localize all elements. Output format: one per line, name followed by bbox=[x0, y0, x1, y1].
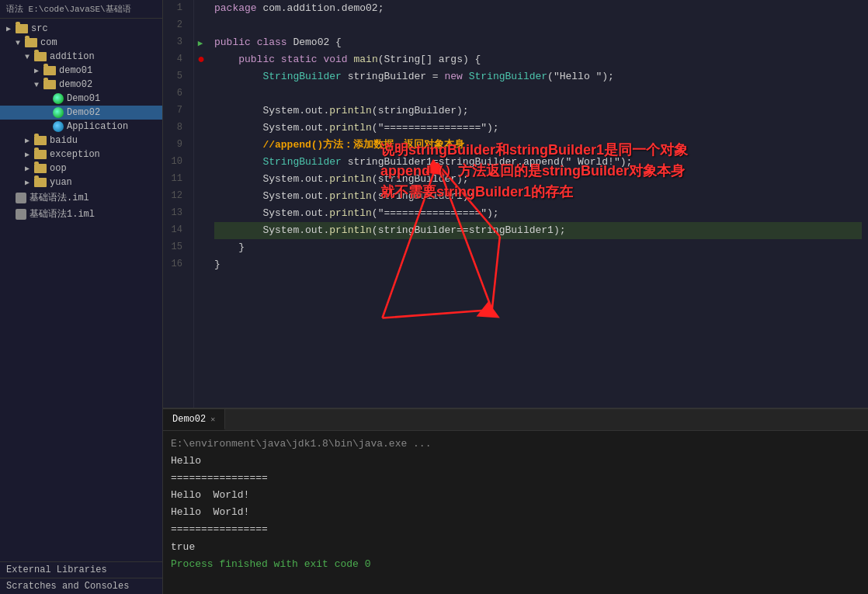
tree-arrow-baidu[interactable]: ▶ bbox=[25, 136, 34, 145]
code-line-2 bbox=[214, 17, 862, 34]
tree-item-Demo01[interactable]: Demo01 bbox=[0, 92, 162, 106]
token-kw-4: static bbox=[281, 52, 318, 68]
line-number-2: 2 bbox=[163, 17, 187, 34]
token-plain-16: } bbox=[214, 257, 220, 273]
token-plain-4 bbox=[214, 52, 238, 68]
token-plain-11: System.out. bbox=[214, 172, 329, 188]
terminal-line-4: Hello World! bbox=[171, 487, 860, 504]
iml-icon-iml2 bbox=[16, 209, 26, 220]
tree-label-baidu: baidu bbox=[50, 135, 78, 146]
token-plain-3: Demo02 { bbox=[287, 35, 342, 51]
token-plain-7: (stringBuilder); bbox=[372, 103, 469, 120]
line-number-10: 10 bbox=[163, 154, 187, 171]
tree-label-exception: exception bbox=[50, 149, 100, 160]
code-line-15: } bbox=[214, 239, 862, 256]
java-green-icon-Demo02 bbox=[53, 107, 64, 118]
tree-label-src: src bbox=[31, 23, 48, 34]
token-plain-12: (stringBuilder1); bbox=[372, 189, 475, 205]
tree-item-oop[interactable]: ▶oop bbox=[0, 162, 162, 175]
token-plain-5 bbox=[214, 69, 262, 85]
tree-item-Application[interactable]: Application bbox=[0, 120, 162, 134]
line-number-16: 16 bbox=[163, 256, 187, 273]
sidebar: 语法 E:\code\JavaSE\基础语 ▶src▼com▼addition▶… bbox=[0, 0, 163, 594]
code-line-8: System.out.println("================"); bbox=[214, 120, 862, 137]
line-number-7: 7 bbox=[163, 102, 187, 120]
token-plain-4 bbox=[318, 52, 324, 68]
tree-label-com: com bbox=[40, 37, 57, 48]
tree-arrow-oop[interactable]: ▶ bbox=[25, 164, 34, 173]
tree-arrow-addition[interactable]: ▼ bbox=[25, 53, 34, 61]
line-number-8: 8 bbox=[163, 120, 187, 137]
tree-arrow-exception[interactable]: ▶ bbox=[25, 150, 34, 159]
tree-label-Application: Application bbox=[67, 121, 128, 132]
tree-label-Demo01: Demo01 bbox=[67, 93, 100, 104]
line-number-15: 15 bbox=[163, 239, 187, 256]
token-plain-5 bbox=[463, 69, 469, 85]
terminal-tab-close[interactable]: ✕ bbox=[210, 415, 215, 424]
code-line-11: System.out.println(stringBuilder); bbox=[214, 171, 862, 188]
java-blue-icon-Application bbox=[53, 121, 64, 132]
tree-item-demo01[interactable]: ▶demo01 bbox=[0, 64, 162, 78]
run-indicator-3: ▶ bbox=[198, 34, 205, 51]
external-libraries-item[interactable]: External Libraries bbox=[0, 561, 162, 578]
code-line-12: System.out.println(stringBuilder1); bbox=[214, 188, 862, 205]
tree-arrow-src[interactable]: ▶ bbox=[6, 24, 16, 33]
terminal-line-5: Hello World! bbox=[171, 504, 860, 521]
tree-arrow-yuan[interactable]: ▶ bbox=[25, 178, 34, 187]
run-arrow-3[interactable]: ▶ bbox=[198, 38, 203, 48]
token-fn-4: main bbox=[354, 52, 378, 68]
terminal-tabs: Demo02 ✕ bbox=[163, 409, 868, 431]
token-plain-3 bbox=[251, 35, 257, 51]
terminal-tab-demo02[interactable]: Demo02 ✕ bbox=[163, 409, 225, 430]
code-line-14: System.out.println(stringBuilder==string… bbox=[214, 222, 862, 239]
token-plain-8: ("================"); bbox=[372, 120, 499, 137]
line-number-5: 5 bbox=[163, 68, 187, 85]
token-plain-1: com.addition.demo02; bbox=[257, 1, 384, 17]
tree-item-exception[interactable]: ▶exception bbox=[0, 148, 162, 162]
tree-arrow-com[interactable]: ▼ bbox=[16, 39, 25, 47]
code-area[interactable]: 12345678910111213141516 ▶● package com.a… bbox=[163, 0, 868, 408]
terminal: Demo02 ✕ E:\environment\java\jdk1.8\bin\… bbox=[163, 408, 868, 594]
iml-icon-iml1 bbox=[16, 193, 26, 203]
tree-item-demo02[interactable]: ▼demo02 bbox=[0, 78, 162, 92]
breakpoint-4[interactable]: ● bbox=[197, 53, 205, 67]
code-line-13: System.out.println("================"); bbox=[214, 205, 862, 222]
tree-item-iml1[interactable]: 基础语法.iml bbox=[0, 189, 162, 206]
token-plain-14: (stringBuilder==stringBuilder1); bbox=[372, 223, 566, 239]
tree-label-iml2: 基础语法1.iml bbox=[30, 207, 95, 221]
terminal-line-0: E:\environment\java\jdk1.8\bin\java.exe … bbox=[171, 436, 860, 453]
code-line-10: StringBuilder stringBuilder1=stringBuild… bbox=[214, 154, 862, 171]
token-fn-12: println bbox=[329, 189, 372, 205]
tree-arrow-demo01[interactable]: ▶ bbox=[34, 66, 43, 75]
tree-item-Demo02[interactable]: Demo02 bbox=[0, 106, 162, 120]
token-fn-13: println bbox=[329, 206, 372, 222]
tree-item-com[interactable]: ▼com bbox=[0, 36, 162, 50]
line-number-3: 3 bbox=[163, 34, 187, 51]
folder-icon-baidu bbox=[34, 136, 47, 145]
tree-arrow-demo02[interactable]: ▼ bbox=[34, 81, 43, 89]
folder-icon-src bbox=[16, 24, 28, 33]
token-fn-7: println bbox=[329, 103, 372, 120]
code-line-1: package com.addition.demo02; bbox=[214, 0, 862, 17]
tree-label-oop: oop bbox=[50, 163, 67, 174]
folder-icon-yuan bbox=[34, 178, 47, 187]
run-indicator-4: ● bbox=[197, 51, 205, 68]
token-plain-4 bbox=[275, 52, 281, 68]
tree-item-baidu[interactable]: ▶baidu bbox=[0, 134, 162, 148]
token-type-5: StringBuilder bbox=[262, 69, 341, 85]
terminal-content[interactable]: E:\environment\java\jdk1.8\bin\java.exe … bbox=[163, 431, 868, 594]
tree-label-addition: addition bbox=[50, 51, 95, 62]
run-indicators: ▶● bbox=[194, 0, 208, 408]
tree-item-iml2[interactable]: 基础语法1.iml bbox=[0, 206, 162, 222]
tree-item-yuan[interactable]: ▶yuan bbox=[0, 175, 162, 189]
line-number-13: 13 bbox=[163, 205, 187, 222]
code-lines[interactable]: package com.addition.demo02;public class… bbox=[208, 0, 868, 408]
tree-item-src[interactable]: ▶src bbox=[0, 22, 162, 36]
token-plain-5: ("Hello "); bbox=[547, 69, 614, 85]
tree-item-addition[interactable]: ▼addition bbox=[0, 50, 162, 64]
scratches-consoles-item[interactable]: Scratches and Consoles bbox=[0, 578, 162, 594]
token-kw-5: new bbox=[444, 69, 462, 85]
code-line-3: public class Demo02 { bbox=[214, 34, 862, 51]
token-type-10: StringBuilder bbox=[262, 155, 341, 171]
folder-icon-demo02 bbox=[43, 80, 56, 89]
